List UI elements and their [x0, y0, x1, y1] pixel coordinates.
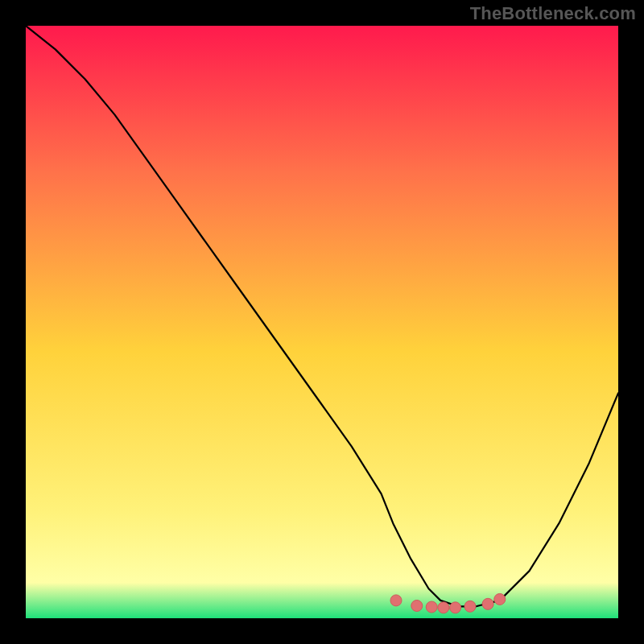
- watermark-text: TheBottleneck.com: [470, 3, 636, 24]
- plot-area: [26, 26, 618, 618]
- marker-dot: [494, 593, 506, 605]
- chart-frame: TheBottleneck.com: [0, 0, 644, 644]
- marker-dot: [390, 595, 402, 606]
- chart-svg: [26, 26, 618, 618]
- marker-dot: [438, 602, 449, 613]
- marker-dot: [426, 601, 437, 613]
- marker-dot: [450, 602, 461, 613]
- marker-dot: [482, 598, 493, 609]
- marker-dot: [464, 601, 476, 612]
- marker-dot: [411, 601, 423, 612]
